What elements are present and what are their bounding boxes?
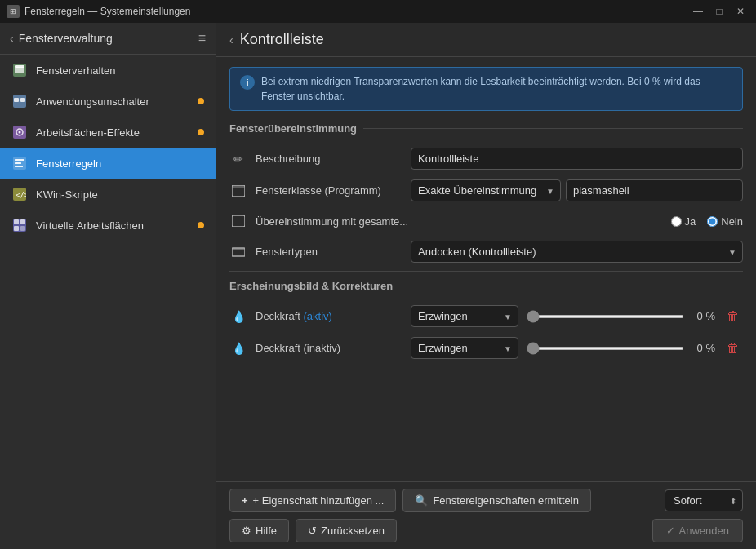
window-icon	[229, 182, 247, 200]
svg-rect-18	[14, 226, 19, 231]
drop-inaktiv-icon: 💧	[229, 339, 247, 357]
sidebar-item-arbeitsflachen-effekte[interactable]: Arbeitsflächen-Effekte	[0, 117, 216, 148]
sidebar-item-fensterregeln[interactable]: Fensterregeln	[0, 148, 216, 179]
svg-rect-2	[15, 65, 24, 68]
sidebar: ‹ Fensterverwaltung ≡ Fensterverhalten A…	[0, 23, 216, 549]
detect-properties-button[interactable]: 🔍 Fenstereigenschaften ermitteln	[402, 489, 590, 512]
fensterverhalten-icon	[11, 62, 28, 78]
svg-text:</>: </>	[16, 191, 26, 199]
search-icon: 🔍	[415, 494, 428, 507]
sidebar-item-kwin-skripte[interactable]: </> KWin-Skripte	[0, 179, 216, 210]
sidebar-header: ‹ Fensterverwaltung ≡	[0, 23, 216, 55]
info-text: Bei extrem niedrigen Transparenzwerten k…	[261, 74, 732, 104]
apply-button[interactable]: ✓ Anwenden	[652, 519, 743, 542]
ubereinstimmung-label: Übereinstimmung mit gesamte...	[256, 215, 408, 228]
deckkraft-aktiv-label: Deckkraft (aktiv)	[256, 310, 402, 322]
sidebar-item-anwendungsumschalter[interactable]: Anwendungsumschalter	[0, 86, 216, 117]
sidebar-item-fensterverhalten[interactable]: Fensterverhalten	[0, 55, 216, 86]
deckkraft-inaktiv-slider-group: 0 %	[527, 342, 715, 354]
fensterklasse-label: Fensterklasse (Programm)	[256, 184, 402, 197]
sidebar-item-label: Virtuelle Arbeitsflächen	[36, 219, 189, 232]
sidebar-item-virtuelle-arbeitsflachen[interactable]: Virtuelle Arbeitsflächen	[0, 210, 216, 241]
svg-rect-24	[232, 248, 245, 250]
deckkraft-inaktiv-label: Deckkraft (inaktiv)	[256, 342, 402, 354]
fensterklasse-row: Fensterklasse (Programm) Exakte Übereins…	[229, 175, 743, 206]
deckkraft-inaktiv-type-wrapper: Erzwingen Nicht anwenden ▼	[411, 337, 518, 359]
deckkraft-aktiv-type-wrapper: Erzwingen Nicht anwenden ▼	[411, 305, 518, 327]
fenstertypen-control: Andocken (Kontrollleiste) Normal Dialog …	[411, 241, 743, 263]
radio-nein-label[interactable]: Nein	[707, 215, 743, 228]
deckkraft-aktiv-type-select[interactable]: Erzwingen Nicht anwenden	[411, 305, 518, 327]
svg-rect-19	[20, 226, 25, 231]
detect-label: Fenstereigenschaften ermitteln	[433, 494, 578, 507]
section-fensteruebereinstimmung: Fensterübereinstimmung	[229, 122, 743, 135]
fenstertypen-icon	[229, 243, 247, 261]
app-icon: ⊞	[7, 5, 20, 18]
check-icon: ✓	[666, 525, 675, 537]
ubereinstimmung-row: Übereinstimmung mit gesamte... Ja Nein	[229, 206, 743, 236]
deckkraft-aktiv-slider[interactable]	[527, 315, 684, 318]
minimize-button[interactable]: —	[689, 4, 707, 19]
section-divider	[229, 271, 743, 272]
sidebar-title: Fensterverwaltung	[19, 32, 113, 45]
fenstertypen-wrapper: Andocken (Kontrollleiste) Normal Dialog …	[411, 241, 743, 263]
svg-point-8	[19, 131, 21, 134]
beschreibung-row: ✏ Beschreibung	[229, 143, 743, 175]
svg-rect-5	[20, 98, 25, 102]
sofort-select[interactable]: Sofort Verzögert	[665, 489, 743, 511]
add-property-button[interactable]: + + Eigenschaft hinzufügen ...	[229, 489, 396, 512]
deckkraft-aktiv-delete-button[interactable]: 🗑	[723, 307, 743, 326]
title-bar-left: ⊞ Fensterregeln — Systemeinstellungen	[7, 5, 190, 18]
section-erscheinungsbild: Erscheinungsbild & Korrekturen	[229, 280, 743, 292]
fenstertypen-label: Fenstertypen	[256, 246, 402, 258]
content-header: ‹ Kontrollleiste	[216, 23, 756, 57]
fensterklasse-input[interactable]	[566, 179, 743, 201]
deckkraft-aktiv-slider-group: 0 %	[527, 310, 715, 322]
content-body: i Bei extrem niedrigen Transparenzwerten…	[216, 57, 756, 481]
maximize-button[interactable]: □	[710, 4, 728, 19]
close-button[interactable]: ✕	[732, 4, 749, 19]
dot-badge	[198, 222, 204, 228]
drop-aktiv-icon: 💧	[229, 308, 247, 325]
plus-icon: +	[242, 494, 248, 507]
radio-ja-label[interactable]: Ja	[671, 215, 696, 228]
deckkraft-aktiv-value: 0 %	[691, 310, 715, 322]
sofort-wrapper: Sofort Verzögert ⬍	[665, 489, 743, 512]
window2-icon	[229, 212, 247, 230]
sidebar-item-label: Fensterverhalten	[36, 64, 204, 77]
radio-nein[interactable]	[707, 216, 718, 227]
reset-label: Zurücksetzen	[321, 525, 385, 537]
deckkraft-inaktiv-delete-button[interactable]: 🗑	[723, 339, 743, 358]
svg-rect-11	[15, 162, 21, 164]
sidebar-item-label: KWin-Skripte	[36, 188, 204, 201]
deckkraft-aktiv-row: 💧 Deckkraft (aktiv) Erzwingen Nicht anwe…	[229, 300, 743, 332]
beschreibung-control	[411, 148, 743, 170]
fensterregeln-icon	[11, 155, 28, 171]
help-button[interactable]: ⚙ Hilfe	[229, 519, 289, 542]
deckkraft-inaktiv-slider[interactable]	[527, 347, 684, 350]
fenstertypen-select[interactable]: Andocken (Kontrollleiste) Normal Dialog	[411, 241, 743, 263]
main-layout: ‹ Fensterverwaltung ≡ Fensterverhalten A…	[0, 23, 756, 549]
info-banner: i Bei extrem niedrigen Transparenzwerten…	[229, 67, 743, 111]
info-icon: i	[240, 75, 255, 90]
footer-action-buttons: ⚙ Hilfe ↺ Zurücksetzen	[229, 519, 397, 542]
svg-rect-4	[14, 98, 19, 102]
radio-ja[interactable]	[671, 216, 682, 227]
svg-rect-16	[14, 219, 19, 224]
match-type-select[interactable]: Exakte Übereinstimmung Regulärer Ausdruc…	[411, 179, 561, 201]
content-back-icon[interactable]: ‹	[229, 33, 233, 46]
pencil-icon: ✏	[229, 150, 247, 168]
help-icon: ⚙	[242, 525, 251, 537]
reset-button[interactable]: ↺ Zurücksetzen	[296, 519, 397, 542]
sidebar-back[interactable]: ‹ Fensterverwaltung	[10, 32, 113, 45]
content-footer: + + Eigenschaft hinzufügen ... 🔍 Fenster…	[216, 481, 756, 549]
svg-rect-22	[232, 215, 245, 227]
dot-badge	[198, 98, 204, 104]
aktiv-suffix: (aktiv)	[304, 310, 332, 322]
anwendungsumschalter-icon	[11, 93, 28, 109]
title-bar-controls: — □ ✕	[689, 4, 749, 19]
inaktiv-suffix: (inaktiv)	[304, 342, 341, 354]
beschreibung-input[interactable]	[411, 148, 743, 170]
hamburger-icon[interactable]: ≡	[198, 31, 206, 46]
deckkraft-inaktiv-type-select[interactable]: Erzwingen Nicht anwenden	[411, 337, 518, 359]
